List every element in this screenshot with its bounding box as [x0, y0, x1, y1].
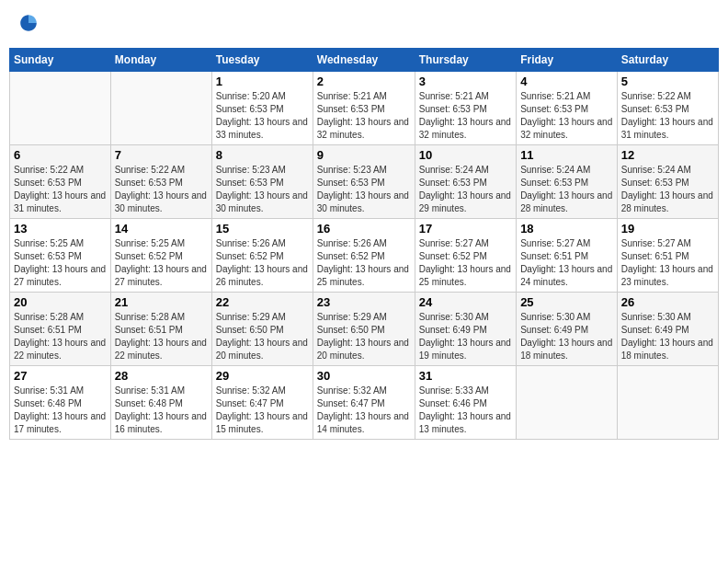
day-number: 8: [216, 148, 309, 162]
calendar-cell: 20Sunrise: 5:28 AMSunset: 6:51 PMDayligh…: [10, 293, 111, 366]
day-number: 22: [216, 295, 309, 309]
calendar-cell: 12Sunrise: 5:24 AMSunset: 6:53 PMDayligh…: [617, 145, 718, 219]
day-number: 26: [621, 295, 714, 309]
day-info: Sunrise: 5:30 AMSunset: 6:49 PMDaylight:…: [419, 311, 512, 362]
calendar-cell: 31Sunrise: 5:33 AMSunset: 6:46 PMDayligh…: [415, 366, 516, 440]
day-number: 18: [520, 222, 613, 236]
calendar-cell: [617, 366, 718, 440]
calendar-cell: 28Sunrise: 5:31 AMSunset: 6:48 PMDayligh…: [110, 366, 211, 440]
day-info: Sunrise: 5:31 AMSunset: 6:48 PMDaylight:…: [115, 385, 208, 436]
day-info: Sunrise: 5:23 AMSunset: 6:53 PMDaylight:…: [317, 164, 411, 215]
day-number: 6: [14, 148, 107, 162]
day-number: 16: [317, 222, 411, 236]
day-number: 29: [216, 369, 309, 383]
day-info: Sunrise: 5:29 AMSunset: 6:50 PMDaylight:…: [216, 311, 309, 362]
calendar-cell: [10, 72, 111, 145]
day-number: 4: [520, 75, 613, 88]
day-number: 25: [520, 295, 613, 309]
weekday-header-tuesday: Tuesday: [211, 49, 313, 72]
day-number: 17: [419, 222, 512, 236]
day-info: Sunrise: 5:21 AMSunset: 6:53 PMDaylight:…: [419, 90, 512, 142]
day-info: Sunrise: 5:27 AMSunset: 6:51 PMDaylight:…: [520, 237, 613, 289]
calendar-cell: 14Sunrise: 5:25 AMSunset: 6:52 PMDayligh…: [110, 219, 211, 293]
day-info: Sunrise: 5:31 AMSunset: 6:48 PMDaylight:…: [14, 385, 107, 436]
calendar-cell: 17Sunrise: 5:27 AMSunset: 6:52 PMDayligh…: [415, 219, 516, 293]
day-info: Sunrise: 5:20 AMSunset: 6:53 PMDaylight:…: [216, 90, 309, 142]
day-info: Sunrise: 5:22 AMSunset: 6:53 PMDaylight:…: [115, 164, 208, 215]
calendar-cell: 27Sunrise: 5:31 AMSunset: 6:48 PMDayligh…: [10, 366, 111, 440]
calendar-cell: 9Sunrise: 5:23 AMSunset: 6:53 PMDaylight…: [313, 145, 415, 219]
calendar-cell: 30Sunrise: 5:32 AMSunset: 6:47 PMDayligh…: [313, 366, 415, 440]
calendar-cell: 23Sunrise: 5:29 AMSunset: 6:50 PMDayligh…: [313, 293, 415, 366]
day-number: 10: [419, 148, 512, 162]
week-row-4: 20Sunrise: 5:28 AMSunset: 6:51 PMDayligh…: [10, 293, 719, 366]
day-info: Sunrise: 5:30 AMSunset: 6:49 PMDaylight:…: [520, 311, 613, 362]
calendar-cell: 6Sunrise: 5:22 AMSunset: 6:53 PMDaylight…: [10, 145, 111, 219]
calendar-cell: 22Sunrise: 5:29 AMSunset: 6:50 PMDayligh…: [211, 293, 313, 366]
day-info: Sunrise: 5:30 AMSunset: 6:49 PMDaylight:…: [621, 311, 714, 362]
calendar-cell: 8Sunrise: 5:23 AMSunset: 6:53 PMDaylight…: [211, 145, 313, 219]
day-info: Sunrise: 5:24 AMSunset: 6:53 PMDaylight:…: [520, 164, 613, 215]
day-info: Sunrise: 5:32 AMSunset: 6:47 PMDaylight:…: [317, 385, 411, 436]
day-info: Sunrise: 5:29 AMSunset: 6:50 PMDaylight:…: [317, 311, 411, 362]
weekday-header-friday: Friday: [517, 49, 618, 72]
day-info: Sunrise: 5:32 AMSunset: 6:47 PMDaylight:…: [216, 385, 309, 436]
calendar-cell: 25Sunrise: 5:30 AMSunset: 6:49 PMDayligh…: [517, 293, 618, 366]
day-info: Sunrise: 5:28 AMSunset: 6:51 PMDaylight:…: [14, 311, 107, 362]
day-info: Sunrise: 5:23 AMSunset: 6:53 PMDaylight:…: [216, 164, 309, 215]
weekday-header-sunday: Sunday: [10, 49, 111, 72]
calendar-cell: 5Sunrise: 5:22 AMSunset: 6:53 PMDaylight…: [617, 72, 718, 145]
day-number: 7: [115, 148, 208, 162]
day-info: Sunrise: 5:25 AMSunset: 6:52 PMDaylight:…: [115, 237, 208, 289]
day-number: 9: [317, 148, 411, 162]
day-info: Sunrise: 5:24 AMSunset: 6:53 PMDaylight:…: [419, 164, 512, 215]
day-number: 27: [14, 369, 107, 383]
day-info: Sunrise: 5:21 AMSunset: 6:53 PMDaylight:…: [520, 90, 613, 142]
day-info: Sunrise: 5:21 AMSunset: 6:53 PMDaylight:…: [317, 90, 411, 142]
week-row-3: 13Sunrise: 5:25 AMSunset: 6:53 PMDayligh…: [10, 219, 719, 293]
weekday-header-wednesday: Wednesday: [313, 49, 415, 72]
weekday-header-monday: Monday: [110, 49, 211, 72]
day-number: 3: [419, 75, 512, 88]
calendar-cell: 11Sunrise: 5:24 AMSunset: 6:53 PMDayligh…: [517, 145, 618, 219]
calendar-cell: 18Sunrise: 5:27 AMSunset: 6:51 PMDayligh…: [517, 219, 618, 293]
day-number: 11: [520, 148, 613, 162]
logo-mark: [17, 13, 39, 37]
day-info: Sunrise: 5:27 AMSunset: 6:52 PMDaylight:…: [419, 237, 512, 289]
calendar-cell: 7Sunrise: 5:22 AMSunset: 6:53 PMDaylight…: [110, 145, 211, 219]
calendar-cell: 4Sunrise: 5:21 AMSunset: 6:53 PMDaylight…: [517, 72, 618, 145]
day-info: Sunrise: 5:27 AMSunset: 6:51 PMDaylight:…: [621, 237, 714, 289]
calendar-cell: 10Sunrise: 5:24 AMSunset: 6:53 PMDayligh…: [415, 145, 516, 219]
calendar-cell: 16Sunrise: 5:26 AMSunset: 6:52 PMDayligh…: [313, 219, 415, 293]
day-number: 15: [216, 222, 309, 236]
calendar-cell: 24Sunrise: 5:30 AMSunset: 6:49 PMDayligh…: [415, 293, 516, 366]
day-number: 31: [419, 369, 512, 383]
day-info: Sunrise: 5:26 AMSunset: 6:52 PMDaylight:…: [317, 237, 411, 289]
week-row-1: 1Sunrise: 5:20 AMSunset: 6:53 PMDaylight…: [10, 72, 719, 145]
page-header: [9, 9, 719, 40]
calendar-cell: 2Sunrise: 5:21 AMSunset: 6:53 PMDaylight…: [313, 72, 415, 145]
calendar-cell: 26Sunrise: 5:30 AMSunset: 6:49 PMDayligh…: [617, 293, 718, 366]
day-number: 2: [317, 75, 411, 88]
week-row-5: 27Sunrise: 5:31 AMSunset: 6:48 PMDayligh…: [10, 366, 719, 440]
day-info: Sunrise: 5:24 AMSunset: 6:53 PMDaylight:…: [621, 164, 714, 215]
weekday-header-saturday: Saturday: [617, 49, 718, 72]
day-info: Sunrise: 5:26 AMSunset: 6:52 PMDaylight:…: [216, 237, 309, 289]
calendar-cell: [517, 366, 618, 440]
day-number: 13: [14, 222, 107, 236]
calendar-cell: 15Sunrise: 5:26 AMSunset: 6:52 PMDayligh…: [211, 219, 313, 293]
day-info: Sunrise: 5:25 AMSunset: 6:53 PMDaylight:…: [14, 237, 107, 289]
day-number: 28: [115, 369, 208, 383]
day-number: 30: [317, 369, 411, 383]
calendar-table: SundayMondayTuesdayWednesdayThursdayFrid…: [9, 48, 719, 440]
day-info: Sunrise: 5:22 AMSunset: 6:53 PMDaylight:…: [14, 164, 107, 215]
calendar-cell: [110, 72, 211, 145]
calendar-cell: 21Sunrise: 5:28 AMSunset: 6:51 PMDayligh…: [110, 293, 211, 366]
logo: [17, 13, 39, 37]
day-number: 23: [317, 295, 411, 309]
day-number: 19: [621, 222, 714, 236]
calendar-cell: 29Sunrise: 5:32 AMSunset: 6:47 PMDayligh…: [211, 366, 313, 440]
day-number: 20: [14, 295, 107, 309]
week-row-2: 6Sunrise: 5:22 AMSunset: 6:53 PMDaylight…: [10, 145, 719, 219]
day-number: 24: [419, 295, 512, 309]
